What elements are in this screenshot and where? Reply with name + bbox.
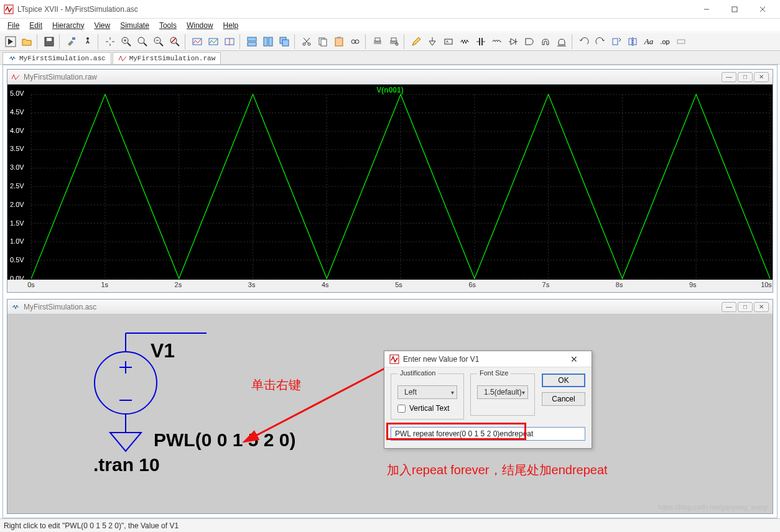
svg-rect-26 <box>248 37 256 41</box>
pan-icon[interactable] <box>103 34 118 49</box>
pencil-icon[interactable] <box>409 34 424 49</box>
dialog-close-button[interactable]: ✕ <box>562 354 587 364</box>
sub-minimize-button[interactable]: — <box>722 302 736 312</box>
cascade-icon[interactable] <box>277 34 292 49</box>
app-icon <box>4 4 14 14</box>
runner-icon[interactable] <box>80 34 95 49</box>
print-icon[interactable] <box>370 34 385 49</box>
menu-help[interactable]: Help <box>218 20 244 31</box>
sub-maximize-button[interactable]: □ <box>738 72 753 82</box>
menu-window[interactable]: Window <box>182 20 218 31</box>
sub-close-button[interactable]: ✕ <box>754 302 769 312</box>
close-button[interactable] <box>748 0 776 19</box>
copy-icon[interactable] <box>315 34 330 49</box>
inductor-icon[interactable] <box>490 34 504 49</box>
hammer-icon[interactable] <box>64 34 79 49</box>
spice-directive-icon[interactable]: .op <box>657 34 672 49</box>
wave-settings-icon[interactable] <box>206 34 221 49</box>
resistor-icon[interactable] <box>457 34 472 49</box>
y-tick[interactable]: 2.5V <box>10 182 24 190</box>
find-icon[interactable] <box>348 34 363 49</box>
zoom-tool-icon[interactable] <box>135 34 150 49</box>
run-icon[interactable] <box>3 34 18 49</box>
cursor-icon[interactable] <box>222 34 237 49</box>
ok-button[interactable]: OK <box>542 374 585 387</box>
menu-simulate[interactable]: Simulate <box>115 20 154 31</box>
component-name-label[interactable]: V1 <box>151 339 175 362</box>
x-tick[interactable]: 10s <box>761 281 772 288</box>
open-icon[interactable] <box>19 34 34 49</box>
x-tick[interactable]: 9s <box>689 281 697 288</box>
justification-combo[interactable]: Left▾ <box>397 385 457 399</box>
x-tick[interactable]: 0s <box>27 281 35 288</box>
autorange-icon[interactable] <box>190 34 205 49</box>
maximize-button[interactable] <box>720 0 748 19</box>
plot-window: MyFirstSimulation.raw — □ ✕ V(n001) 5.0V… <box>7 69 773 293</box>
y-tick[interactable]: 4.5V <box>10 108 24 116</box>
x-axis[interactable]: 0s1s2s3s4s5s6s7s8s9s10s <box>7 280 773 292</box>
y-tick[interactable]: 3.0V <box>10 163 24 171</box>
y-tick[interactable]: 3.5V <box>10 145 24 152</box>
x-tick[interactable]: 5s <box>395 281 402 288</box>
svg-rect-22 <box>193 39 202 45</box>
drag-icon[interactable] <box>554 34 569 49</box>
tile-h-icon[interactable] <box>244 34 259 49</box>
x-tick[interactable]: 6s <box>468 281 476 288</box>
y-tick[interactable]: 2.0V <box>10 201 24 208</box>
paste-icon[interactable] <box>332 34 346 49</box>
svg-point-9 <box>86 37 89 40</box>
zoom-cross-icon[interactable] <box>167 34 182 49</box>
schematic-canvas[interactable]: V1 PWL(0 0 1 5 2 0) .tran 10 单击右键 加入repe… <box>7 314 773 513</box>
capacitor-icon[interactable] <box>473 34 488 49</box>
diode-icon[interactable] <box>506 34 521 49</box>
cancel-button[interactable]: Cancel <box>542 392 585 406</box>
mirror-icon[interactable] <box>625 34 640 49</box>
sub-close-button[interactable]: ✕ <box>754 72 769 82</box>
rotate-icon[interactable] <box>609 34 624 49</box>
tab-schematic[interactable]: MyFirstSimulation.asc <box>2 52 111 64</box>
ground-icon[interactable] <box>425 34 440 49</box>
fontsize-combo[interactable]: 1.5(default)▾ <box>477 385 528 399</box>
x-tick[interactable]: 3s <box>248 281 256 288</box>
x-tick[interactable]: 4s <box>322 281 329 288</box>
print-setup-icon[interactable] <box>386 34 401 49</box>
menu-view[interactable]: View <box>89 20 115 31</box>
sub-minimize-button[interactable]: — <box>722 72 736 82</box>
menu-tools[interactable]: Tools <box>154 20 182 31</box>
label-icon[interactable]: A <box>441 34 456 49</box>
redo-icon[interactable] <box>593 34 608 49</box>
plot-area[interactable]: V(n001) 5.0V4.5V4.0V3.5V3.0V2.5V2.0V1.5V… <box>7 85 773 292</box>
spice-directive-label[interactable]: .tran 10 <box>93 454 160 475</box>
justification-legend: Justification <box>397 369 438 377</box>
y-tick[interactable]: 1.0V <box>10 237 24 245</box>
zoom-in-icon[interactable] <box>119 34 134 49</box>
undo-icon[interactable] <box>577 34 592 49</box>
sub-maximize-button[interactable]: □ <box>738 302 753 312</box>
minimize-button[interactable] <box>692 0 720 19</box>
menu-edit[interactable]: Edit <box>24 20 47 31</box>
y-tick[interactable]: 0.5V <box>10 256 24 264</box>
trace-label[interactable]: V(n001) <box>7 86 773 94</box>
schematic-icon <box>11 303 20 311</box>
save-icon[interactable] <box>42 34 57 49</box>
x-tick[interactable]: 1s <box>101 281 108 288</box>
zoom-out-icon[interactable] <box>151 34 166 49</box>
subwindow-title: MyFirstSimulation.asc <box>24 303 96 311</box>
x-tick[interactable]: 8s <box>616 281 623 288</box>
vertical-text-checkbox[interactable]: Vertical Text <box>397 404 457 413</box>
x-tick[interactable]: 7s <box>542 281 550 288</box>
tab-waveform[interactable]: MyFirstSimulation.raw <box>113 52 221 64</box>
svg-rect-57 <box>613 39 618 45</box>
net-icon[interactable] <box>674 34 689 49</box>
component-icon[interactable] <box>522 34 537 49</box>
cut-icon[interactable] <box>299 34 314 49</box>
y-tick[interactable]: 1.5V <box>10 219 24 227</box>
move-icon[interactable] <box>538 34 553 49</box>
menu-hierarchy[interactable]: Hierarchy <box>47 20 89 31</box>
text-icon[interactable]: Aa <box>641 34 656 49</box>
menu-file[interactable]: File <box>2 20 24 31</box>
y-tick[interactable]: 5.0V <box>10 89 24 97</box>
y-tick[interactable]: 4.0V <box>10 127 24 134</box>
tile-v-icon[interactable] <box>261 34 276 49</box>
x-tick[interactable]: 2s <box>175 281 182 288</box>
